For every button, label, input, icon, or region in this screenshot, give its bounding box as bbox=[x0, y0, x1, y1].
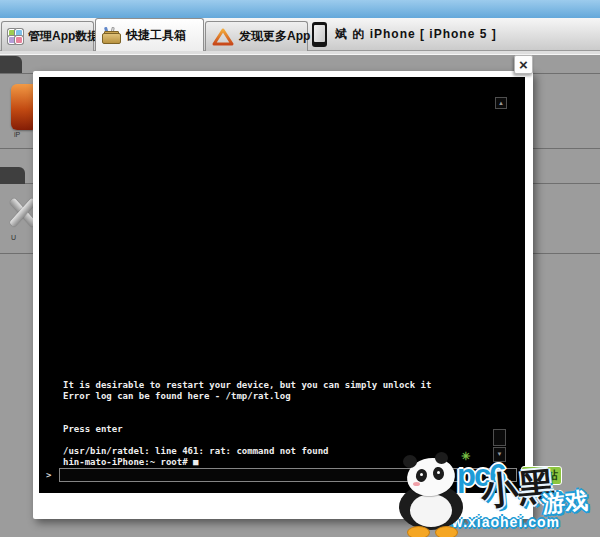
app-label: iP bbox=[14, 131, 20, 138]
scroll-down-button[interactable]: ▼ bbox=[493, 447, 506, 462]
command-prompt: > bbox=[46, 470, 51, 480]
terminal-line: Error log can be found here - /tmp/rat.l… bbox=[63, 391, 431, 402]
app-grid-icon bbox=[8, 29, 23, 44]
terminal-text: It is desirable to restart your device, … bbox=[63, 380, 431, 468]
section-tab bbox=[0, 56, 22, 73]
titlebar-strip bbox=[0, 0, 600, 18]
tab-bar: 管理App数据 快捷工具箱 发现更多App 斌 的 iPhone [ iPhon… bbox=[0, 18, 600, 51]
terminal-line: It is desirable to restart your device, … bbox=[63, 380, 431, 391]
close-icon[interactable]: × bbox=[514, 55, 533, 74]
com-text: m bbox=[547, 484, 564, 506]
scrollbar-thumb[interactable] bbox=[493, 429, 506, 446]
tab-quick-toolbox[interactable]: 快捷工具箱 bbox=[95, 18, 204, 51]
toolbar-divider bbox=[0, 51, 600, 55]
section-tab bbox=[0, 167, 25, 184]
app-label: U bbox=[11, 234, 16, 241]
games-logo-text: 游戏 bbox=[541, 485, 590, 520]
scroll-up-button[interactable]: ▲ bbox=[495, 97, 507, 109]
terminal-output: ▲ It is desirable to restart your device… bbox=[39, 77, 525, 493]
tab-label: 发现更多App bbox=[239, 28, 310, 45]
terminal-line: /usr/bin/ratdel: line 461: rat: command … bbox=[63, 446, 431, 457]
tab-manage-app-data[interactable]: 管理App数据 bbox=[1, 21, 94, 51]
terminal-line: Press enter bbox=[63, 424, 431, 435]
tab-label: 管理App数据 bbox=[28, 28, 99, 45]
tab-label: 快捷工具箱 bbox=[126, 27, 186, 44]
device-info: 斌 的 iPhone [ iPhone 5 ] bbox=[312, 18, 497, 51]
app-store-triangle-icon bbox=[212, 28, 234, 46]
tab-discover-apps[interactable]: 发现更多App bbox=[205, 21, 308, 51]
command-input[interactable] bbox=[59, 468, 517, 482]
terminal-dialog: ▲ It is desirable to restart your device… bbox=[33, 71, 533, 519]
app-window: 管理App数据 快捷工具箱 发现更多App 斌 的 iPhone [ iPhon… bbox=[0, 0, 600, 537]
terminal-line: hin-mato-iPhone:~ root# ■ bbox=[63, 457, 431, 468]
iphone-icon bbox=[312, 22, 327, 47]
toolbox-icon bbox=[102, 27, 121, 44]
device-name-label: 斌 的 iPhone [ iPhone 5 ] bbox=[335, 26, 497, 43]
